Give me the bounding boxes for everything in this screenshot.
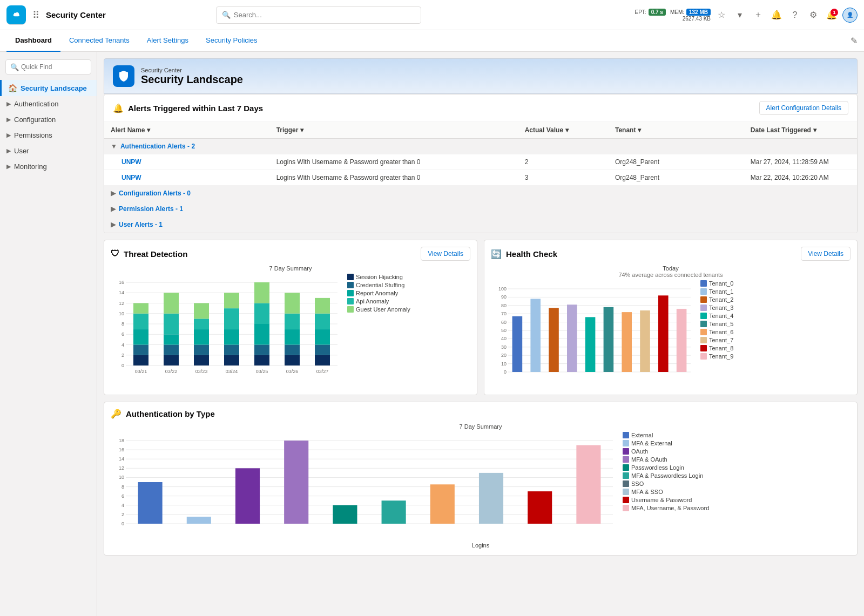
legend-item: Tenant_7 [700,337,733,343]
chevron-right-icon: ▶ [6,100,11,107]
svg-rect-31 [194,345,209,355]
health-check-header: 🔄 Health Check View Details [491,247,850,261]
svg-rect-45 [254,303,269,324]
alert-config-button[interactable]: Alert Configuration Details [759,101,848,115]
tab-alert-settings[interactable]: Alert Settings [138,30,197,52]
dropdown-icon[interactable]: ▾ [732,8,747,23]
legend-item: Tenant_9 [700,353,733,360]
sidebar-group-label-authentication: Authentication [14,100,58,108]
legend-item: Tenant_4 [700,313,733,319]
svg-text:8: 8 [122,321,124,327]
edit-icon[interactable]: ✎ [850,36,858,46]
svg-text:03/25: 03/25 [256,369,268,374]
threat-detection-card: 🛡 Threat Detection View Details 7 Day Su… [104,240,477,395]
tab-security-policies[interactable]: Security Policies [197,30,266,52]
threat-chart-svg: 024681012141603/2103/2203/2303/2403/2503… [111,274,343,382]
legend-item: Tenant_8 [700,345,733,351]
svg-rect-84 [549,308,559,372]
chevron-right-icon-3: ▶ [6,132,11,139]
legend-item: Tenant_1 [700,288,733,295]
svg-rect-22 [133,303,148,314]
svg-text:90: 90 [501,294,507,300]
sidebar-item-security-landscape[interactable]: 🏠 Security Landscape [0,80,97,96]
add-icon[interactable]: ＋ [751,8,766,23]
health-check-title: 🔄 Health Check [491,249,557,259]
sort-icon-trigger: ▾ [300,126,303,134]
health-check-view-details[interactable]: View Details [801,247,850,261]
alerts-group-row-0[interactable]: ▼Authentication Alerts - 2 [104,139,857,154]
svg-rect-58 [315,298,330,314]
alerts-group-row-2[interactable]: ▶Permission Alerts - 1 [104,201,857,217]
alert-bell-icon: 🔔 [113,103,124,113]
col-alert-name[interactable]: Alert Name▾ [104,122,270,139]
legend-item: MFA, Username, & Password [623,505,709,511]
alerts-card-header: 🔔 Alerts Triggered within Last 7 Days Al… [104,94,857,122]
col-actual-value[interactable]: Actual Value▾ [518,122,609,139]
tab-connected-tenants[interactable]: Connected Tenants [60,30,138,52]
sidebar-item-user[interactable]: ▶ User [0,143,97,159]
sidebar-item-authentication[interactable]: ▶ Authentication [0,96,97,112]
svg-rect-55 [315,345,330,355]
sub-nav: Dashboard Connected Tenants Alert Settin… [0,30,864,52]
avatar[interactable]: 👤 [842,8,858,23]
svg-text:03/22: 03/22 [165,369,178,374]
svg-text:03/26: 03/26 [286,369,299,374]
tab-dashboard[interactable]: Dashboard [6,30,60,52]
svg-rect-51 [285,314,300,329]
col-date[interactable]: Date Last Triggered▾ [744,122,857,139]
legend-item: Api Anomaly [347,298,410,304]
threat-chart-area: 024681012141603/2103/2203/2303/2403/2503… [111,274,470,382]
alerts-group-row-3[interactable]: ▶User Alerts - 1 [104,217,857,233]
help-icon[interactable]: ? [787,8,802,23]
col-tenant[interactable]: Tenant▾ [609,122,744,139]
kb-text: 2627.43 KB [683,16,711,22]
svg-rect-24 [164,355,179,365]
chevron-icon-group-2: ▶ [111,205,116,213]
sidebar-search-input[interactable] [21,63,86,71]
legend-item: Tenant_6 [700,329,733,335]
grid-icon[interactable]: ⠿ [32,9,39,21]
svg-text:18: 18 [119,438,124,443]
svg-rect-25 [164,345,179,355]
svg-rect-117 [382,500,406,524]
auth-legend: ExternalMFA & ExternalOAuthMFA & OAuthPa… [623,432,709,511]
star-icon[interactable]: ☆ [714,8,729,23]
settings-icon[interactable]: ⚙ [806,8,821,23]
cloud-logo[interactable] [6,5,26,25]
svg-rect-48 [285,355,300,365]
svg-text:2: 2 [122,512,124,517]
col-actual-value-label: Actual Value [525,126,563,134]
col-trigger[interactable]: Trigger▾ [270,122,518,139]
ept-value: 0.7 s [649,9,666,16]
alerts-tbody: ▼Authentication Alerts - 2UNPWLogins Wit… [104,139,857,233]
svg-rect-120 [528,491,552,524]
sidebar-item-permissions[interactable]: ▶ Permissions [0,127,97,143]
legend-item: Tenant_2 [700,296,733,303]
sidebar-item-configuration[interactable]: ▶ Configuration [0,112,97,127]
breadcrumb: Security Center [141,67,243,73]
svg-rect-46 [254,282,269,303]
search-input[interactable] [234,11,415,19]
svg-rect-118 [430,484,455,524]
svg-rect-34 [194,303,209,319]
legend-item: MFA & SSO [623,489,709,495]
alerts-group-row-1[interactable]: ▶Configuration Alerts - 0 [104,186,857,201]
notif-count: 1 [831,9,838,16]
svg-rect-36 [224,355,239,365]
threat-detection-title: 🛡 Threat Detection [111,249,187,259]
svg-text:4: 4 [122,342,124,348]
ept-mem-display: EPT: 0.7 s MEM: 132 MB 2627.43 KB [635,9,711,22]
svg-text:03/21: 03/21 [135,369,147,374]
sidebar-item-monitoring[interactable]: ▶ Monitoring [0,159,97,174]
sidebar-search: 🔍 [5,59,91,75]
threat-detection-view-details[interactable]: View Details [421,247,470,261]
health-icon: 🔄 [491,249,502,259]
notification-button[interactable]: 🔔 1 [824,8,839,23]
svg-text:50: 50 [501,328,507,333]
auth-by-type-title-text: Authentication by Type [126,409,215,418]
legend-item: Report Anomaly [347,290,410,296]
sort-icon-alert-name: ▾ [147,126,150,134]
bell-icon[interactable]: 🔔 [769,8,784,23]
auth-by-type-header: 🔑 Authentication by Type [111,409,850,419]
auth-by-type-card: 🔑 Authentication by Type 7 Day Summary 0… [104,402,858,556]
